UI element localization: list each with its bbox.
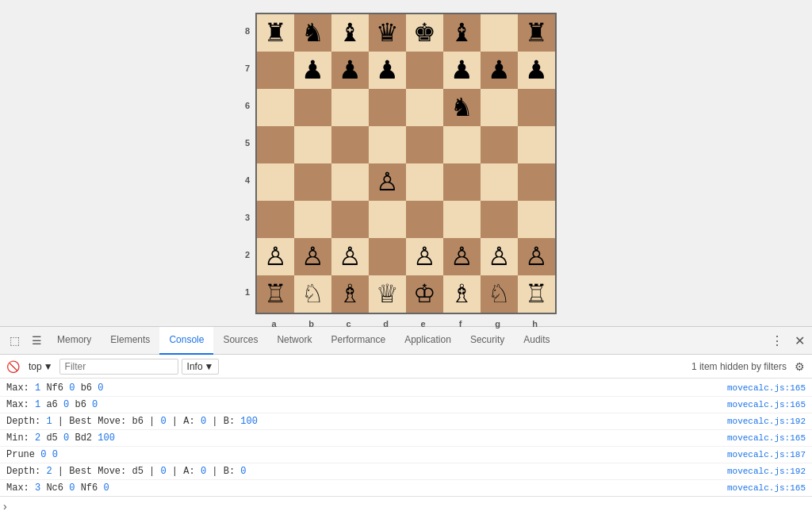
cell-d5[interactable] bbox=[369, 126, 406, 163]
cell-a6[interactable] bbox=[257, 89, 294, 126]
cell-g2[interactable]: ♙ bbox=[481, 238, 518, 275]
cell-h8[interactable]: ♜ bbox=[518, 14, 555, 52]
cell-g4[interactable] bbox=[481, 163, 518, 201]
cell-f5[interactable] bbox=[443, 126, 481, 163]
cell-f7[interactable]: ♟ bbox=[443, 52, 481, 89]
cell-d1[interactable]: ♕ bbox=[369, 275, 406, 313]
tab-performance[interactable]: Performance bbox=[321, 327, 395, 355]
cell-g3[interactable] bbox=[481, 201, 518, 238]
cell-d8[interactable]: ♛ bbox=[369, 14, 406, 52]
cell-b8[interactable]: ♞ bbox=[294, 14, 331, 52]
cell-c1[interactable]: ♗ bbox=[331, 275, 369, 313]
cell-e1[interactable]: ♔ bbox=[406, 275, 443, 313]
cell-e4[interactable] bbox=[406, 163, 443, 201]
inspect-element-button[interactable]: ⬚ bbox=[3, 329, 25, 352]
cell-a2[interactable]: ♙ bbox=[257, 238, 294, 275]
cell-b3[interactable] bbox=[294, 201, 331, 238]
cell-h7[interactable]: ♟ bbox=[518, 52, 555, 89]
cell-c7[interactable]: ♟ bbox=[331, 52, 369, 89]
cell-a8[interactable]: ♜ bbox=[257, 14, 294, 52]
rank-3: 3 bbox=[241, 199, 254, 236]
cell-h4[interactable] bbox=[518, 163, 555, 201]
cell-e7[interactable] bbox=[406, 52, 443, 89]
cell-c4[interactable] bbox=[331, 163, 369, 201]
context-label: top bbox=[29, 361, 42, 372]
cell-b4[interactable] bbox=[294, 163, 331, 201]
cell-c2[interactable]: ♙ bbox=[331, 238, 369, 275]
cell-g7[interactable]: ♟ bbox=[481, 52, 518, 89]
cell-a3[interactable] bbox=[257, 201, 294, 238]
tab-memory[interactable]: Memory bbox=[48, 327, 101, 355]
cell-e6[interactable] bbox=[406, 89, 443, 126]
cell-c6[interactable] bbox=[331, 89, 369, 126]
cell-b1[interactable]: ♘ bbox=[294, 275, 331, 313]
console-line-source[interactable]: movecalc.js:192 bbox=[727, 414, 806, 429]
cell-e5[interactable] bbox=[406, 126, 443, 163]
cell-e3[interactable] bbox=[406, 201, 443, 238]
cell-b5[interactable] bbox=[294, 126, 331, 163]
console-input[interactable] bbox=[12, 501, 809, 512]
tab-sources[interactable]: Sources bbox=[213, 327, 267, 355]
cell-f4[interactable] bbox=[443, 163, 481, 201]
console-line-source[interactable]: movecalc.js:165 bbox=[727, 431, 806, 445]
file-f: f bbox=[442, 319, 479, 329]
context-selector[interactable]: top ▼ bbox=[25, 359, 56, 374]
cell-g8[interactable] bbox=[481, 14, 518, 52]
console-line-content: Max: 1 Nf6 0 b6 0 bbox=[6, 381, 721, 395]
tab-application[interactable]: Application bbox=[395, 327, 461, 355]
cell-a5[interactable] bbox=[257, 126, 294, 163]
cell-d6[interactable] bbox=[369, 89, 406, 126]
console-toolbar: 🚫 top ▼ Info ▼ 1 item hidden by filters … bbox=[0, 355, 812, 379]
cell-e2[interactable]: ♙ bbox=[406, 238, 443, 275]
console-line: Depth: 2 | Best Move: d5 | 0 | A: 0 | B:… bbox=[0, 463, 812, 480]
cell-c5[interactable] bbox=[331, 126, 369, 163]
cell-f8[interactable]: ♝ bbox=[443, 14, 481, 52]
cell-g1[interactable]: ♘ bbox=[481, 275, 518, 313]
console-line-source[interactable]: movecalc.js:165 bbox=[727, 481, 806, 495]
device-toggle-button[interactable]: ☰ bbox=[25, 329, 48, 352]
console-line-source[interactable]: movecalc.js:187 bbox=[727, 448, 806, 462]
file-b: b bbox=[293, 319, 330, 329]
console-line-source[interactable]: movecalc.js:165 bbox=[727, 381, 806, 395]
cell-g6[interactable] bbox=[481, 89, 518, 126]
console-line-source[interactable]: movecalc.js:192 bbox=[727, 464, 806, 478]
cell-h2[interactable]: ♙ bbox=[518, 238, 555, 275]
cell-a4[interactable] bbox=[257, 163, 294, 201]
cell-b6[interactable] bbox=[294, 89, 331, 126]
cell-d3[interactable] bbox=[369, 201, 406, 238]
cell-f1[interactable]: ♗ bbox=[443, 275, 481, 313]
cell-d7[interactable]: ♟ bbox=[369, 52, 406, 89]
cell-h3[interactable] bbox=[518, 201, 555, 238]
cell-e8[interactable]: ♚ bbox=[406, 14, 443, 52]
tab-elements[interactable]: Elements bbox=[101, 327, 159, 355]
cell-a1[interactable]: ♖ bbox=[257, 275, 294, 313]
file-g: g bbox=[479, 319, 516, 329]
more-tabs-button[interactable]: ⋮ bbox=[768, 331, 787, 350]
console-settings-button[interactable]: ⚙ bbox=[790, 357, 809, 376]
close-devtools-button[interactable]: ✕ bbox=[790, 331, 809, 350]
cell-f6[interactable]: ♞ bbox=[443, 89, 481, 126]
cell-f2[interactable]: ♙ bbox=[443, 238, 481, 275]
cell-g5[interactable] bbox=[481, 126, 518, 163]
log-level-selector[interactable]: Info ▼ bbox=[182, 359, 220, 375]
cell-h1[interactable]: ♖ bbox=[518, 275, 555, 313]
cell-b7[interactable]: ♟ bbox=[294, 52, 331, 89]
cell-c8[interactable]: ♝ bbox=[331, 14, 369, 52]
cell-d2[interactable] bbox=[369, 238, 406, 275]
cell-c3[interactable] bbox=[331, 201, 369, 238]
cell-a7[interactable] bbox=[257, 52, 294, 89]
cell-h5[interactable] bbox=[518, 126, 555, 163]
console-line: Max: 1 Nf6 0 b6 0movecalc.js:165 bbox=[0, 380, 812, 397]
cell-b2[interactable]: ♙ bbox=[294, 238, 331, 275]
console-line-source[interactable]: movecalc.js:165 bbox=[727, 398, 806, 412]
cell-h6[interactable] bbox=[518, 89, 555, 126]
cell-f3[interactable] bbox=[443, 201, 481, 238]
tab-audits[interactable]: Audits bbox=[514, 327, 559, 355]
tab-network[interactable]: Network bbox=[267, 327, 321, 355]
console-filter-input[interactable] bbox=[59, 359, 178, 375]
tab-console[interactable]: Console bbox=[159, 327, 213, 355]
console-clear-button[interactable]: 🚫 bbox=[3, 357, 22, 376]
cell-d4[interactable]: ♙ bbox=[369, 163, 406, 201]
console-line: Prune 0 0movecalc.js:187 bbox=[0, 447, 812, 463]
tab-security[interactable]: Security bbox=[461, 327, 514, 355]
